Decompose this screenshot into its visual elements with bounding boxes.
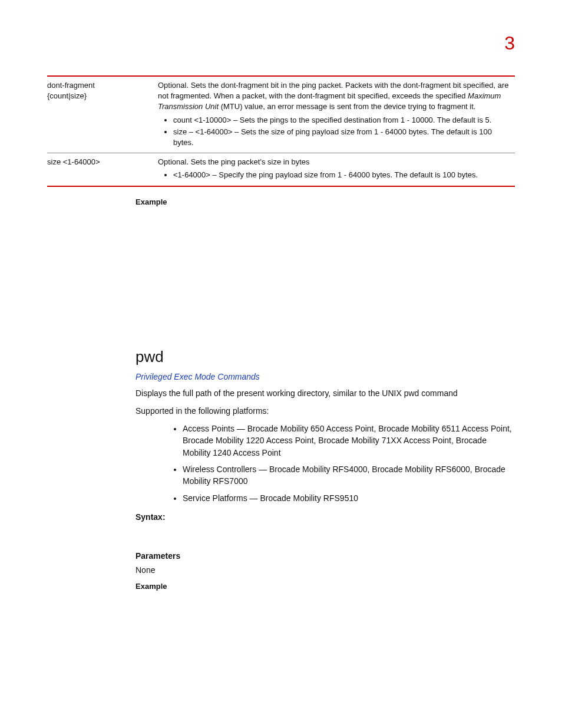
example-label: Example [135, 582, 515, 591]
platform-list: Access Points — Brocade Mobility 650 Acc… [135, 423, 515, 504]
command-heading: pwd [135, 348, 515, 366]
list-item: <1-64000> – Specify the ping payload siz… [173, 170, 510, 180]
param-bullet-list: <1-64000> – Specify the ping payload siz… [158, 170, 510, 180]
param-desc-text: Optional. Sets the ping packet's size in… [158, 157, 310, 166]
table-row: size <1-64000> Optional. Sets the ping p… [47, 153, 515, 186]
parameters-label: Parameters [135, 551, 515, 561]
supported-intro: Supported in the following platforms: [135, 405, 515, 417]
param-desc-text: Optional. Sets the dont-fragment bit in … [158, 81, 508, 100]
param-name: size <1-64000> [47, 157, 100, 166]
param-name-cell: size <1-64000> [47, 153, 158, 186]
parameters-value: None [135, 564, 515, 576]
example-label: Example [135, 197, 515, 206]
parameter-table: dont-fragment {count|size} Optional. Set… [47, 75, 515, 187]
list-item: size – <1-64000> – Sets the size of ping… [173, 127, 510, 148]
param-bullet-list: count <1-10000> – Sets the pings to the … [158, 115, 510, 149]
command-section: pwd Privileged Exec Mode Commands Displa… [135, 348, 515, 591]
command-description: Displays the full path of the present wo… [135, 387, 515, 399]
list-item: Service Platforms — Brocade Mobility RFS… [183, 492, 515, 504]
cross-reference-link[interactable]: Privileged Exec Mode Commands [135, 372, 515, 381]
list-item: Wireless Controllers — Brocade Mobility … [183, 463, 515, 487]
param-name-line2: {count|size} [47, 91, 87, 100]
syntax-label: Syntax: [135, 512, 515, 522]
list-item: Access Points — Brocade Mobility 650 Acc… [183, 423, 515, 459]
list-item: count <1-10000> – Sets the pings to the … [173, 115, 510, 126]
param-desc-cell: Optional. Sets the ping packet's size in… [158, 153, 515, 186]
table-row: dont-fragment {count|size} Optional. Set… [47, 76, 515, 153]
param-name-cell: dont-fragment {count|size} [47, 76, 158, 153]
param-desc-text-b: (MTU) value, an error message is sent fr… [219, 102, 475, 111]
chapter-number: 3 [47, 32, 515, 54]
param-desc-cell: Optional. Sets the dont-fragment bit in … [158, 76, 515, 153]
example-section: Example [135, 197, 515, 206]
syntax-body-placeholder [135, 525, 515, 543]
param-name: dont-fragment [47, 81, 95, 90]
page: 3 dont-fragment {count|size} Optional. S… [0, 0, 562, 626]
